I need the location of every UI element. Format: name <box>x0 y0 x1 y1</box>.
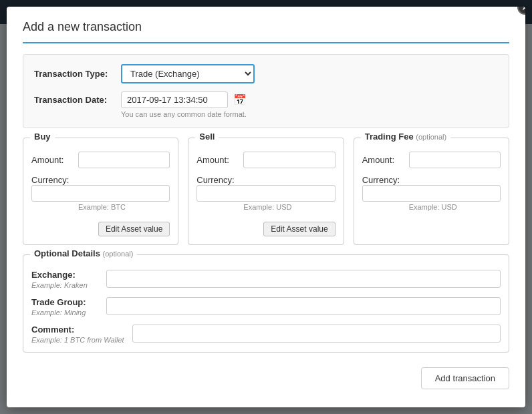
fee-panel-title: Trading Fee (optional) <box>361 132 450 142</box>
comment-hint: Example: 1 BTC from Wallet <box>31 336 124 344</box>
transaction-date-label: Transaction Date: <box>34 95 121 105</box>
sell-currency-row: Currency: Example: USD <box>196 175 335 215</box>
transaction-date-row: Transaction Date: 📅 You can use any comm… <box>34 91 498 118</box>
sell-panel: Sell Amount: Currency: Example: USD Edit… <box>188 138 344 245</box>
exchange-input[interactable] <box>106 270 501 288</box>
exchange-label: Exchange: <box>31 270 98 280</box>
buy-currency-input[interactable] <box>31 185 170 202</box>
optional-section-title: Optional Details (optional) <box>30 248 137 258</box>
sell-panel-title: Sell <box>195 132 219 142</box>
buy-currency-hint: Example: BTC <box>78 203 170 211</box>
optional-title-text: Optional Details <box>34 248 100 258</box>
sell-currency-label: Currency: <box>196 175 243 185</box>
close-button[interactable]: × <box>517 7 525 15</box>
sell-currency-input[interactable] <box>196 185 335 202</box>
exchange-input-block <box>106 270 501 288</box>
add-transaction-button[interactable]: Add transaction <box>421 367 509 389</box>
fee-amount-input[interactable] <box>409 152 501 168</box>
modal-container: × Add a new transaction Transaction Type… <box>7 7 525 407</box>
optional-section-optional: (optional) <box>103 250 134 258</box>
fee-amount-row: Amount: <box>362 152 501 168</box>
exchange-row-inner: Exchange: Example: Kraken <box>31 270 501 289</box>
sell-amount-input[interactable] <box>243 152 335 168</box>
modal-title: Add a new transaction <box>23 20 509 43</box>
fee-panel: Trading Fee (optional) Amount: Currency:… <box>354 138 509 245</box>
comment-label-block: Comment: Example: 1 BTC from Wallet <box>31 325 124 344</box>
panels-row: Buy Amount: Currency: Example: BTC Edit … <box>23 138 509 245</box>
sell-edit-asset-button[interactable]: Edit Asset value <box>263 222 335 236</box>
trade-group-input-block <box>106 297 501 315</box>
sell-currency-hint: Example: USD <box>243 203 335 211</box>
transaction-info-section: Transaction Type: Trade (Exchange) Buy S… <box>23 54 509 128</box>
buy-edit-asset-button[interactable]: Edit Asset value <box>98 222 170 236</box>
trade-group-hint: Example: Mining <box>31 308 98 317</box>
fee-currency-row: Currency: Example: USD <box>362 175 501 215</box>
comment-row: Comment: Example: 1 BTC from Wallet <box>31 325 501 344</box>
comment-input[interactable] <box>132 325 501 343</box>
trade-group-row-inner: Trade Group: Example: Mining <box>31 297 501 317</box>
trade-group-label-block: Trade Group: Example: Mining <box>31 297 98 317</box>
comment-input-block <box>132 325 501 343</box>
buy-amount-input[interactable] <box>78 152 170 168</box>
transaction-type-row: Transaction Type: Trade (Exchange) Buy S… <box>34 64 498 83</box>
exchange-row: Exchange: Example: Kraken <box>31 270 501 289</box>
sell-amount-label: Amount: <box>196 155 243 165</box>
buy-panel-title: Buy <box>30 132 55 142</box>
comment-row-inner: Comment: Example: 1 BTC from Wallet <box>31 325 501 344</box>
exchange-hint: Example: Kraken <box>31 281 98 289</box>
sell-amount-row: Amount: <box>196 152 335 168</box>
exchange-label-block: Exchange: Example: Kraken <box>31 270 98 289</box>
trade-group-input[interactable] <box>106 297 501 315</box>
calendar-icon[interactable]: 📅 <box>233 93 247 106</box>
buy-currency-label: Currency: <box>31 175 78 185</box>
transaction-date-input[interactable] <box>121 91 228 108</box>
date-hint: You can use any common date format. <box>121 110 498 118</box>
trade-group-label: Trade Group: <box>31 297 98 307</box>
fee-amount-label: Amount: <box>362 155 409 165</box>
trade-group-row: Trade Group: Example: Mining <box>31 297 501 317</box>
optional-section: Optional Details (optional) Exchange: Ex… <box>23 254 509 353</box>
fee-optional-text: (optional) <box>416 133 446 141</box>
buy-panel: Buy Amount: Currency: Example: BTC Edit … <box>23 138 178 245</box>
fee-currency-label: Currency: <box>362 175 409 185</box>
transaction-type-label: Transaction Type: <box>34 69 121 79</box>
buy-currency-row: Currency: Example: BTC <box>31 175 170 215</box>
buy-amount-label: Amount: <box>31 155 78 165</box>
buy-amount-row: Amount: <box>31 152 170 168</box>
fee-currency-input[interactable] <box>362 185 501 202</box>
fee-currency-hint: Example: USD <box>409 203 501 211</box>
transaction-type-select[interactable]: Trade (Exchange) Buy Sell Transfer Incom… <box>121 64 255 83</box>
close-icon: × <box>522 7 525 13</box>
fee-title-text: Trading Fee <box>365 132 414 142</box>
comment-label: Comment: <box>31 325 124 335</box>
modal-footer: Add transaction <box>23 362 509 389</box>
